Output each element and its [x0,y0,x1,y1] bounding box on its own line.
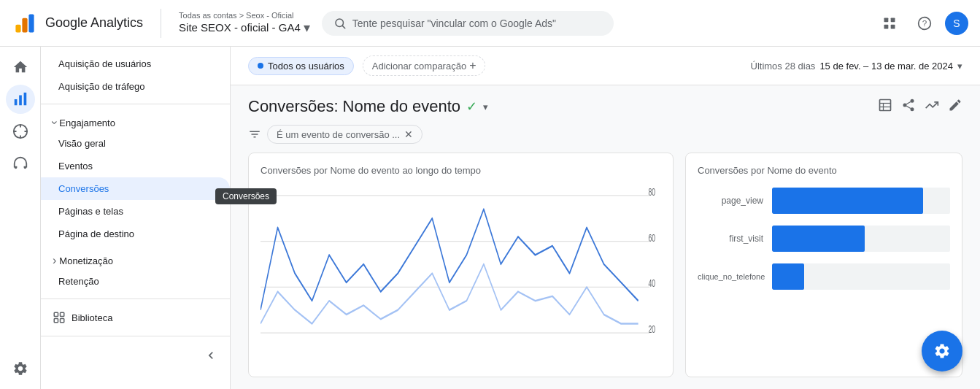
line-chart-container: Conversões por Nome do evento ao longo d… [248,153,674,377]
sidebar-section-engajamento[interactable]: › Engajamento [41,110,230,132]
filter-chip-conversion[interactable]: É um evento de conversão ... ✕ [267,125,423,144]
advertise-icon [12,155,28,172]
add-comparison-button[interactable]: Adicionar comparação + [363,55,486,76]
report-title-area: Conversões: Nome do evento ✓ ▾ [248,97,488,116]
sidebar-item-pagina-destino[interactable]: Página de destino [41,223,230,245]
svg-rect-5 [884,18,889,22]
svg-rect-15 [54,312,58,316]
icon-nav [0,47,41,389]
svg-rect-13 [23,93,26,105]
bar-row-clique-telefone: clique_no_telefone [698,263,950,290]
monetizacao-chevron-icon: › [53,254,56,267]
apps-grid-button[interactable] [875,9,904,38]
svg-point-23 [911,99,914,102]
bar-track-page-view [772,188,950,214]
segment-left: Todos os usuários Adicionar comparação + [248,55,485,76]
sidebar-item-paginas-telas[interactable]: Páginas e telas [41,200,230,223]
nav-advertise[interactable] [6,149,35,178]
bar-label-clique-telefone: clique_no_telefone [698,272,763,281]
bar-chart-title: Conversões por Nome do evento [698,165,950,176]
nav-explore[interactable] [6,117,35,146]
svg-rect-16 [61,312,64,316]
svg-rect-19 [880,99,891,110]
add-icon: + [469,59,476,72]
bar-chart-container: Conversões por Nome do evento page_view … [685,153,962,377]
property-nav: Todas as contas > Seox - Oficial Site SE… [179,11,310,36]
line-chart-title: Conversões por Nome do evento ao longo d… [261,165,661,176]
share-icon [901,98,916,112]
nav-reports[interactable] [6,85,35,114]
edit-button[interactable] [948,98,962,116]
bar-track-clique-telefone [772,263,950,290]
sidebar-section-monetizacao[interactable]: › Monetização [41,248,230,270]
sidebar-divider-3 [41,336,230,336]
search-placeholder: Tente pesquisar "vincular com o Google A… [352,18,556,29]
bar-row-first-visit: first_visit [698,226,950,252]
sidebar-item-visao-geral[interactable]: Visão geral [41,132,230,155]
customize-report-button[interactable] [878,98,892,116]
engajamento-chevron-icon: › [48,120,61,124]
sidebar-item-aquisicao-usuarios[interactable]: Aquisição de usuários [41,53,230,75]
nav-settings[interactable] [6,354,35,383]
logo-area: Google Analytics [12,10,143,36]
table-icon [878,98,892,112]
property-chevron-icon: ▾ [304,20,310,36]
reports-icon [12,91,28,107]
segment-bar: Todos os usuários Adicionar comparação +… [231,47,980,85]
svg-rect-18 [61,319,64,323]
bar-fill-page-view [772,188,923,214]
explore-icon [12,123,28,139]
main-content: Todos os usuários Adicionar comparação +… [231,47,980,389]
sidebar-item-aquisicao-trafego[interactable]: Aquisição de tráfego [41,75,230,98]
home-icon [12,59,28,75]
svg-line-4 [342,26,344,28]
app-title: Google Analytics [45,15,143,31]
collapse-icon [204,348,218,363]
trending-icon [925,98,939,112]
svg-rect-17 [54,319,58,323]
sidebar-divider-1 [41,104,230,104]
date-range-selector[interactable]: Últimos 28 dias 15 de fev. – 13 de mar. … [751,61,963,72]
sidebar-divider-2 [41,299,230,299]
sidebar-item-eventos[interactable]: Eventos [41,155,230,177]
bar-track-first-visit [772,226,950,252]
sidebar-library[interactable]: Biblioteca [41,305,230,330]
fab-settings-icon [933,342,951,360]
settings-icon [12,361,28,377]
nav-home[interactable] [6,53,35,82]
segment-chip-all-users[interactable]: Todos os usuários [248,57,354,75]
avatar[interactable]: S [945,12,968,35]
sidebar-collapse-button[interactable] [41,342,230,369]
check-circle-icon: ✓ [466,99,477,115]
svg-text:?: ? [922,18,927,28]
svg-rect-6 [891,18,895,22]
segment-dot [258,63,263,69]
apps-grid-icon [882,16,897,31]
topbar-actions: ? S [875,9,968,38]
filter-close-icon[interactable]: ✕ [404,128,413,140]
sidebar-item-retencao[interactable]: Retenção [41,270,230,293]
svg-rect-8 [891,24,895,28]
bar-label-page-view: page_view [698,196,763,206]
help-button[interactable]: ? [910,9,939,38]
share-button[interactable] [901,98,916,116]
topbar-divider [161,9,161,38]
svg-line-27 [906,101,911,104]
line-chart-svg: 80 60 40 20 [261,182,661,365]
pencil-icon [948,98,962,112]
compare-button[interactable] [925,98,939,116]
topbar: Google Analytics Todas as contas > Seox … [0,0,980,47]
help-icon: ? [917,16,932,31]
title-chevron-icon[interactable]: ▾ [483,101,488,112]
charts-area: Conversões por Nome do evento ao longo d… [231,153,980,389]
sidebar-item-conversoes[interactable]: Conversões [41,177,230,200]
search-bar[interactable]: Tente pesquisar "vincular com o Google A… [322,11,614,36]
search-icon [333,17,347,30]
svg-rect-2 [28,14,34,32]
property-selector[interactable]: Site SEOX - oficial - GA4 ▾ [179,20,310,36]
fab-button[interactable] [922,331,962,371]
breadcrumb: Todas as contas > Seox - Oficial [179,11,310,20]
report-header: Conversões: Nome do evento ✓ ▾ [231,85,980,122]
svg-point-25 [911,107,914,111]
line-chart-svg-area: 80 60 40 20 [261,182,661,365]
